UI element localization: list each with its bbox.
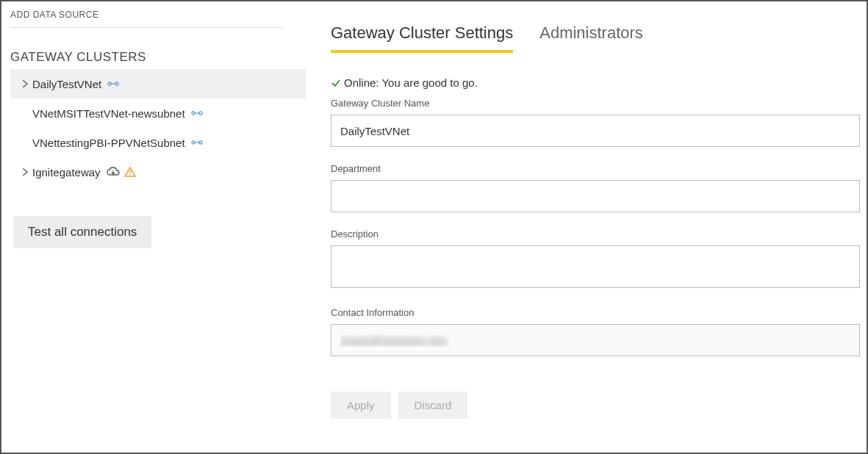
svg-point-4 xyxy=(199,112,202,115)
apply-button[interactable]: Apply xyxy=(331,392,391,419)
sidebar-item-dailytestvnet[interactable]: DailyTestVNet xyxy=(10,69,306,98)
vnet-link-icon xyxy=(107,80,119,87)
department-label: Department xyxy=(331,163,860,174)
sidebar-item-ignitegateway[interactable]: Ignitegateway xyxy=(10,157,306,187)
svg-point-0 xyxy=(108,82,111,85)
contact-input[interactable] xyxy=(331,324,860,356)
cloud-icon xyxy=(107,167,120,177)
cluster-name-input[interactable] xyxy=(331,115,860,147)
check-icon xyxy=(331,78,341,88)
sidebar-item-label: VNettestingPBI-PPVNetSubnet xyxy=(32,137,185,149)
description-input[interactable] xyxy=(331,245,860,288)
chevron-right-icon xyxy=(18,80,32,87)
sidebar-item-label: VNetMSITTestVNet-newsubnet xyxy=(32,107,185,120)
sidebar-item-vnetmsit[interactable]: VNetMSITTestVNet-newsubnet xyxy=(10,98,306,128)
vnet-link-icon xyxy=(191,109,203,117)
tab-gateway-cluster-settings[interactable]: Gateway Cluster Settings xyxy=(331,24,513,53)
add-data-source-link[interactable]: ADD DATA SOURCE xyxy=(10,7,282,28)
sidebar-item-vnettestingpbi[interactable]: VNettestingPBI-PPVNetSubnet xyxy=(10,128,306,157)
chevron-right-icon xyxy=(18,168,32,176)
vnet-link-icon xyxy=(191,139,203,146)
status-row: Online: You are good to go. xyxy=(331,76,860,89)
description-label: Description xyxy=(331,228,860,239)
sidebar-item-label: DailyTestVNet xyxy=(32,78,101,90)
gateway-tree: DailyTestVNet VNetMSITTestVNet-newsubnet xyxy=(10,69,306,187)
svg-point-3 xyxy=(192,112,195,115)
svg-point-6 xyxy=(192,141,195,144)
tab-administrators[interactable]: Administrators xyxy=(539,24,643,53)
contact-label: Contact Information xyxy=(331,307,860,318)
sidebar-section-title: GATEWAY CLUSTERS xyxy=(10,50,282,69)
svg-point-1 xyxy=(115,82,118,85)
sidebar-item-label: Ignitegateway xyxy=(32,166,101,179)
status-text: Online: You are good to go. xyxy=(344,76,478,89)
department-input[interactable] xyxy=(331,180,860,212)
cluster-name-label: Gateway Cluster Name xyxy=(331,98,860,109)
warning-icon xyxy=(124,167,136,177)
svg-point-7 xyxy=(199,141,202,144)
discard-button[interactable]: Discard xyxy=(398,392,468,419)
svg-point-10 xyxy=(129,174,131,176)
test-all-connections-button[interactable]: Test all connections xyxy=(13,216,151,248)
tab-bar: Gateway Cluster Settings Administrators xyxy=(331,24,860,53)
